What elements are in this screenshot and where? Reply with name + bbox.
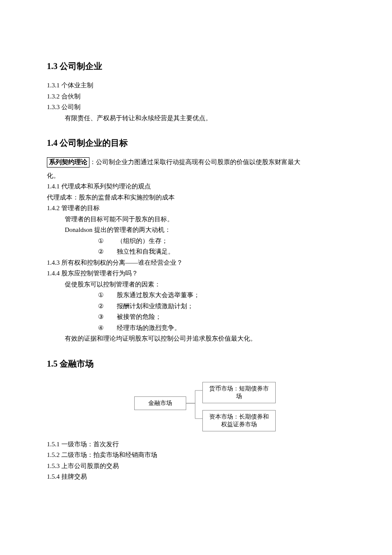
item-1-4-2: 1.4.2 管理者的目标 (47, 203, 345, 214)
connector-lines-icon (47, 380, 345, 431)
item-1-4-1: 1.4.1 代理成本和系列契约理论的观点 (47, 181, 345, 192)
boxed-line: 系列契约理论：公司制企业力图通过采取行动提高现有公司股票的价值以使股东财富最大 (47, 157, 345, 168)
item-1-4-2-note1: 管理者的目标可能不同于股东的目标。 (47, 214, 345, 225)
heading-1-5: 1.5 金融市场 (47, 356, 345, 371)
sub-text: 股东通过股东大会选举董事； (117, 290, 200, 301)
heading-1-4: 1.4 公司制企业的目标 (47, 136, 345, 150)
boxed-term: 系列契约理论 (47, 157, 89, 168)
item-1-4-4-note: 促使股东可以控制管理者的因素： (47, 279, 345, 290)
item-1-4-4: 1.4.4 股东应控制管理者行为吗？ (47, 268, 345, 279)
item-1-5-3: 1.5.3 上市公司股票的交易 (47, 461, 345, 472)
item-1-4-4-end: 有效的证据和理论均证明股东可以控制公司并追求股东价值最大化。 (47, 333, 345, 344)
sub-1-4-4-4: ④经理市场的激烈竞争。 (98, 323, 345, 334)
item-1-4-1-note: 代理成本：股东的监督成本和实施控制的成本 (47, 192, 345, 203)
item-1-3-3-note: 有限责任、产权易于转让和永续经营是其主要优点。 (47, 113, 345, 124)
num-circle-icon: ③ (98, 312, 106, 323)
sub-1-4-4-3: ③被接管的危险； (98, 312, 345, 323)
sub-text: （组织的）生存； (117, 236, 168, 247)
sub-1-4-2-1: ①（组织的）生存； (98, 236, 345, 247)
item-1-5-1: 1.5.1 一级市场：首次发行 (47, 439, 345, 450)
num-circle-icon: ② (98, 301, 106, 312)
sub-1-4-4-1: ①股东通过股东大会选举董事； (98, 290, 345, 301)
num-circle-icon: ④ (98, 323, 106, 334)
sub-text: 报酬计划和业绩激励计划； (117, 301, 193, 312)
num-circle-icon: ② (98, 246, 106, 257)
item-1-3-2: 1.3.2 合伙制 (47, 91, 345, 102)
sub-1-4-2-2: ②独立性和自我满足。 (98, 246, 345, 257)
diagram-financial-market: 金融市场 货币市场：短期债券市场 资本市场：长期债券和权益证券市场 (47, 380, 345, 431)
boxed-after: ：公司制企业力图通过采取行动提高现有公司股票的价值以使股东财富最大 (89, 159, 300, 165)
diagram-child2-box: 资本市场：长期债券和权益证券市场 (202, 410, 276, 431)
num-circle-icon: ① (98, 290, 106, 301)
item-1-3-3: 1.3.3 公司制 (47, 102, 345, 113)
sub-text: 独立性和自我满足。 (117, 246, 174, 257)
num-circle-icon: ① (98, 236, 106, 247)
boxed-line2: 化。 (47, 171, 345, 182)
item-1-5-4: 1.5.4 挂牌交易 (47, 471, 345, 483)
sub-text: 被接管的危险； (117, 312, 161, 323)
heading-1-3: 1.3 公司制企业 (47, 59, 345, 73)
diagram-child1-box: 货币市场：短期债券市场 (202, 382, 276, 403)
diagram-root-box: 金融市场 (134, 396, 186, 410)
item-1-4-3: 1.4.3 所有权和控制权的分离——谁在经营企业？ (47, 257, 345, 269)
sub-1-4-4-2: ②报酬计划和业绩激励计划； (98, 301, 345, 312)
sub-text: 经理市场的激烈竞争。 (117, 323, 181, 334)
item-1-4-2-note2: Donaldson 提出的管理者的两大动机： (47, 225, 345, 236)
item-1-3-1: 1.3.1 个体业主制 (47, 80, 345, 91)
item-1-5-2: 1.5.2 二级市场：拍卖市场和经销商市场 (47, 450, 345, 461)
